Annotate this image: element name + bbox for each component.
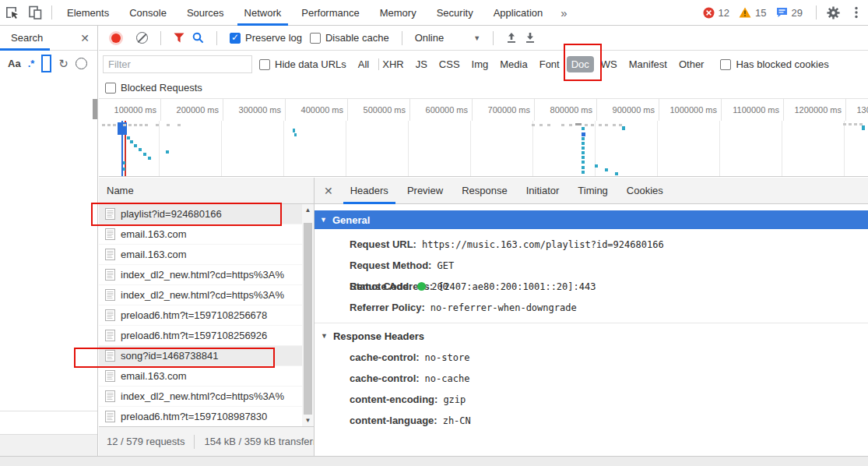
search-magnifier-icon[interactable] — [192, 32, 204, 44]
devtools-window: ElementsConsoleSourcesNetworkPerformance… — [0, 0, 868, 466]
panel-tab[interactable]: Network — [234, 0, 292, 26]
details-tab[interactable]: Response — [452, 178, 517, 204]
warning-icon[interactable] — [739, 7, 751, 18]
overview-activity-dot — [532, 124, 535, 126]
message-icon[interactable] — [776, 7, 788, 18]
request-row[interactable]: preload6.htm?t=1597108987830 — [99, 407, 314, 426]
overview-activity-dot — [582, 142, 585, 145]
header-key: Request Method: — [350, 259, 431, 271]
timeline-tick-label: 100000 ms — [99, 99, 161, 121]
search-options: Aa .* ↻ — [0, 51, 97, 76]
section-divider — [315, 323, 868, 323]
preserve-log-checkbox[interactable]: Preserve log — [230, 32, 302, 44]
overview-graph[interactable] — [99, 121, 868, 177]
details-tab[interactable]: Initiator — [517, 178, 569, 204]
request-row[interactable]: email.163.com — [99, 224, 314, 245]
details-tab[interactable]: Headers — [341, 178, 398, 204]
warning-count: 15 — [755, 7, 766, 19]
name-column-header[interactable]: Name — [99, 178, 314, 204]
checkbox-unchecked[interactable] — [259, 59, 270, 70]
overview-gridline — [283, 121, 284, 176]
header-key: cache-control: — [350, 372, 420, 384]
close-icon[interactable]: ✕ — [80, 32, 90, 44]
close-details-icon[interactable]: ✕ — [324, 185, 333, 197]
checkbox-unchecked[interactable] — [720, 59, 731, 70]
disable-cache-checkbox[interactable]: Disable cache — [310, 32, 389, 44]
request-row[interactable]: index_dl2_new.html?cd=https%3A% — [99, 285, 314, 305]
filter-funnel-icon[interactable] — [174, 33, 184, 43]
general-section-header[interactable]: ▼ General — [315, 210, 868, 229]
response-header-items: cache-control: no-store cache-control: n… — [315, 347, 868, 431]
refresh-icon[interactable]: ↻ — [58, 57, 69, 71]
resource-type-filter[interactable]: Doc — [567, 56, 594, 72]
checkbox-checked[interactable] — [230, 33, 241, 44]
resource-type-filter[interactable]: Media — [495, 56, 532, 72]
scrollbar-thumb[interactable] — [304, 223, 312, 415]
blocked-requests-checkbox[interactable]: Blocked Requests — [105, 82, 202, 94]
resource-type-filter[interactable]: Img — [467, 56, 494, 72]
search-panel-scrollbar[interactable] — [93, 99, 97, 119]
request-list-scrollbar[interactable]: ▲ ▼ — [302, 204, 314, 426]
panel-tab[interactable]: Memory — [370, 0, 427, 26]
search-query-input[interactable] — [41, 55, 51, 72]
panel-tab[interactable]: Elements — [57, 0, 119, 26]
resource-type-filter[interactable]: Other — [674, 56, 709, 72]
panel-tab[interactable]: Console — [119, 0, 177, 26]
details-tabs: HeadersPreviewResponseInitiatorTimingCoo… — [341, 178, 673, 204]
error-icon[interactable] — [703, 7, 715, 19]
checkbox-unchecked[interactable] — [310, 33, 321, 44]
overview-activity-dot — [582, 151, 585, 154]
resource-type-filter[interactable]: XHR — [378, 56, 408, 72]
overview-activity-dot — [569, 124, 572, 126]
regex-button[interactable]: .* — [28, 58, 35, 69]
resource-type-filter[interactable]: Manifest — [624, 56, 672, 72]
record-button[interactable] — [111, 34, 121, 43]
request-row[interactable]: playlist?id=924680166 — [99, 204, 314, 224]
resource-type-filter[interactable]: CSS — [434, 56, 465, 72]
overview-activity-dot — [582, 147, 585, 150]
resource-type-filter[interactable]: WS — [596, 56, 622, 72]
panel-tab[interactable]: Application — [483, 0, 553, 26]
has-blocked-cookies-checkbox[interactable]: Has blocked cookies — [720, 58, 828, 70]
scroll-down-icon[interactable]: ▼ — [302, 415, 314, 426]
filter-input[interactable] — [103, 55, 252, 73]
request-name: preload6.htm?t=1597108987830 — [121, 411, 267, 422]
kebab-menu-icon[interactable] — [845, 2, 868, 23]
more-tabs-icon[interactable]: » — [553, 6, 575, 19]
panel-tab[interactable]: Performance — [291, 0, 369, 26]
panel-tab[interactable]: Security — [427, 0, 483, 26]
checkbox-unchecked[interactable] — [105, 83, 116, 94]
import-har-icon[interactable] — [506, 32, 517, 44]
request-row[interactable]: email.163.com — [99, 366, 314, 387]
hide-data-urls-checkbox[interactable]: Hide data URLs — [259, 58, 346, 70]
match-case-button[interactable]: Aa — [8, 58, 21, 69]
header-kv-row: cache-control: no-store — [350, 347, 868, 368]
request-row[interactable]: preload6.htm?t=1597108256926 — [99, 326, 314, 346]
overview-gridline — [470, 121, 471, 176]
device-toolbar-icon[interactable] — [23, 2, 47, 23]
details-tab[interactable]: Cookies — [617, 178, 673, 204]
clear-search-icon[interactable] — [76, 58, 87, 69]
request-row[interactable]: email.163.com — [99, 245, 314, 265]
request-row[interactable]: preload6.htm?t=1597108256678 — [99, 305, 314, 326]
resource-type-filter[interactable]: All — [353, 56, 374, 72]
response-headers-section-header[interactable]: ▼ Response Headers — [315, 325, 868, 347]
request-row[interactable]: index_dl2_new.html?cd=https%3A% — [99, 387, 314, 407]
inspect-element-icon[interactable] — [0, 2, 23, 23]
export-har-icon[interactable] — [525, 32, 536, 44]
header-key: content-encoding: — [350, 394, 438, 405]
timeline-tick-label: 900000 ms — [597, 99, 659, 121]
settings-gear-icon[interactable] — [821, 2, 845, 23]
details-tab[interactable]: Preview — [398, 178, 452, 204]
details-tab[interactable]: Timing — [568, 178, 617, 204]
resource-type-filter[interactable]: JS — [411, 56, 432, 72]
scroll-up-icon[interactable]: ▲ — [302, 204, 314, 216]
clear-requests-icon[interactable] — [136, 32, 148, 44]
request-row[interactable]: index_dl2_new.html?cd=https%3A% — [99, 265, 314, 285]
overview-gridline — [657, 121, 658, 176]
throttling-dropdown[interactable]: Online ▼ — [415, 32, 481, 44]
resource-type-filter[interactable]: Font — [535, 56, 564, 72]
panel-tab[interactable]: Sources — [177, 0, 234, 26]
request-row[interactable]: song?id=1468738841 — [99, 346, 314, 366]
search-tab[interactable]: Search ✕ — [0, 26, 97, 51]
